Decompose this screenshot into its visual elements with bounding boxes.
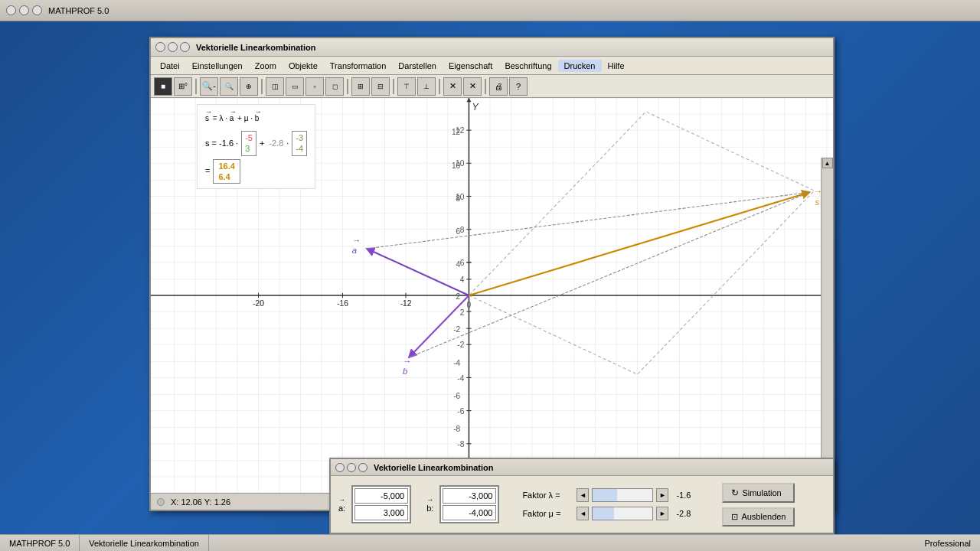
simulation-button[interactable]: ↻ Simulation bbox=[722, 483, 795, 503]
dialog-title: Vektorielle Linearkombination bbox=[374, 463, 494, 472]
ausblenden-button[interactable]: ⊡ Ausblenden bbox=[722, 507, 795, 527]
toolbar-btn11[interactable]: ⊤ bbox=[397, 77, 416, 96]
svg-text:-8: -8 bbox=[453, 425, 460, 433]
svg-text:10: 10 bbox=[452, 161, 461, 169]
menu-beschriftung[interactable]: Beschriftung bbox=[498, 60, 557, 72]
lambda-slider-right-btn[interactable]: ► bbox=[656, 488, 668, 502]
vector-a-label: a: bbox=[338, 504, 345, 513]
toolbar-grid-btn[interactable]: ⊞° bbox=[174, 77, 192, 96]
minimize-button[interactable] bbox=[19, 5, 29, 15]
svg-text:→: → bbox=[403, 356, 411, 365]
app-title: MATHPROF 5.0 bbox=[48, 6, 109, 15]
svg-text:4: 4 bbox=[456, 260, 461, 269]
toolbar-sep-2 bbox=[261, 79, 263, 94]
maximize-button[interactable] bbox=[32, 5, 42, 15]
svg-text:0: 0 bbox=[467, 301, 472, 309]
mu-slider-right-btn[interactable]: ► bbox=[656, 507, 668, 520]
svg-text:-8: -8 bbox=[457, 440, 464, 448]
menu-transformation[interactable]: Transformation bbox=[324, 60, 393, 72]
svg-text:2: 2 bbox=[456, 292, 461, 301]
app-status-appname: MATHPROF 5.0 bbox=[0, 535, 80, 551]
menu-darstellen[interactable]: Darstellen bbox=[392, 60, 443, 72]
toolbar-zoom-out-btn[interactable]: 🔍- bbox=[200, 77, 218, 96]
toolbar-btn8[interactable]: ◻ bbox=[325, 77, 344, 96]
graph-area: X Y -16 -12 -20 10 8 6 4 bbox=[151, 98, 833, 493]
scroll-up-btn[interactable]: ▲ bbox=[822, 158, 833, 168]
toolbar-btn7[interactable]: ▫ bbox=[305, 77, 324, 96]
window-maximize-button[interactable] bbox=[180, 42, 190, 52]
lambda-slider-left-btn[interactable]: ◄ bbox=[577, 488, 589, 502]
menu-bar: Datei Einstellungen Zoom Objekte Transfo… bbox=[151, 57, 833, 75]
vector-b-y-input[interactable] bbox=[443, 505, 496, 520]
window-close-button[interactable] bbox=[155, 42, 165, 52]
toolbar-close1-btn[interactable]: ✕ bbox=[443, 77, 462, 96]
svg-marker-60 bbox=[466, 98, 471, 102]
toolbar-print-btn[interactable]: 🖨 bbox=[489, 77, 508, 96]
status-indicator bbox=[157, 498, 165, 506]
toolbar-zoom-fit-btn[interactable]: ⊕ bbox=[240, 77, 258, 96]
menu-zoom[interactable]: Zoom bbox=[249, 60, 283, 72]
toolbar-sep-4 bbox=[393, 79, 394, 94]
menu-datei[interactable]: Datei bbox=[154, 60, 186, 72]
toolbar-black-btn[interactable]: ■ bbox=[154, 77, 172, 96]
toolbar-btn5[interactable]: ◫ bbox=[266, 77, 284, 96]
toolbar-btn9[interactable]: ⊞ bbox=[351, 77, 370, 96]
window-minimize-button[interactable] bbox=[168, 42, 178, 52]
window-name-label: Vektorielle Linearkombination bbox=[89, 539, 199, 548]
svg-text:a: a bbox=[352, 246, 357, 255]
svg-text:4: 4 bbox=[460, 276, 465, 284]
toolbar-sep-3 bbox=[347, 79, 348, 94]
dialog-content: → a: → b: Faktor λ = bbox=[331, 476, 833, 533]
toolbar-close2-btn[interactable]: ✕ bbox=[463, 77, 482, 96]
svg-text:-20: -20 bbox=[253, 299, 264, 308]
svg-text:-12: -12 bbox=[400, 299, 412, 308]
toolbar-btn10[interactable]: ⊟ bbox=[371, 77, 390, 96]
faktor-lambda-value: -1.6 bbox=[676, 491, 699, 500]
window-title: Vektorielle Linearkombination bbox=[196, 43, 316, 52]
coordinates-display: X: 12.06 Y: 1.26 bbox=[171, 497, 230, 507]
app-status-bar: MATHPROF 5.0 Vektorielle Linearkombinati… bbox=[0, 534, 980, 551]
vector-a-y-input[interactable] bbox=[354, 505, 408, 520]
svg-line-114 bbox=[367, 249, 469, 295]
svg-text:-6: -6 bbox=[457, 407, 464, 416]
svg-text:-6: -6 bbox=[453, 392, 460, 400]
vector-b-x-input[interactable] bbox=[443, 488, 496, 504]
menu-eigenschaft[interactable]: Eigenschaft bbox=[443, 60, 498, 72]
lambda-slider-group: ◄ ► bbox=[577, 488, 668, 502]
svg-text:-4: -4 bbox=[457, 373, 464, 382]
svg-text:s: s bbox=[815, 197, 820, 207]
formula-line1: → s = λ · → a + μ · → b bbox=[205, 109, 307, 125]
toolbar-zoom-in-btn[interactable]: 🔍 bbox=[220, 77, 238, 96]
faktor-mu-label: Faktor μ = bbox=[522, 509, 572, 518]
svg-text:-16: -16 bbox=[337, 299, 348, 308]
formula-line2: s = -1.6 · -5 3 + -2.8 · -3 -4 bbox=[205, 131, 307, 156]
toolbar-help-btn[interactable]: ? bbox=[509, 77, 528, 96]
lambda-slider-track[interactable] bbox=[592, 488, 653, 502]
mu-slider-track[interactable] bbox=[592, 507, 653, 520]
menu-hilfe[interactable]: Hilfe bbox=[602, 60, 631, 72]
window-titlebar: Vektorielle Linearkombination bbox=[151, 38, 833, 57]
svg-text:Y: Y bbox=[472, 102, 480, 112]
svg-text:8: 8 bbox=[460, 226, 465, 234]
vector-b-label: b: bbox=[426, 504, 433, 513]
dialog-titlebar: Vektorielle Linearkombination bbox=[331, 459, 833, 476]
close-button[interactable] bbox=[6, 5, 16, 15]
menu-objekte[interactable]: Objekte bbox=[283, 60, 324, 72]
dialog-close-btn[interactable] bbox=[335, 463, 345, 472]
scrollbar-right[interactable]: ▲ ▼ bbox=[821, 158, 833, 476]
main-window: Vektorielle Linearkombination Datei Eins… bbox=[149, 37, 835, 511]
toolbar-btn6[interactable]: ▭ bbox=[286, 77, 304, 96]
svg-text:6: 6 bbox=[456, 227, 461, 236]
menu-einstellungen[interactable]: Einstellungen bbox=[186, 60, 249, 72]
dialog-max-btn[interactable] bbox=[358, 463, 368, 472]
edition-label: Professional bbox=[924, 539, 971, 548]
svg-text:6: 6 bbox=[460, 259, 465, 267]
dialog-window: Vektorielle Linearkombination → a: → b: bbox=[329, 458, 835, 534]
vector-a-x-input[interactable] bbox=[354, 488, 408, 504]
dialog-min-btn[interactable] bbox=[347, 463, 356, 472]
menu-drucken[interactable]: Drucken bbox=[558, 60, 602, 72]
toolbar-btn12[interactable]: ⊥ bbox=[417, 77, 436, 96]
mu-slider-left-btn[interactable]: ◄ bbox=[577, 507, 589, 520]
formula-panel: → s = λ · → a + μ · → b s = -1.6 · -5 bbox=[197, 104, 315, 189]
toolbar-sep-1 bbox=[195, 79, 197, 94]
